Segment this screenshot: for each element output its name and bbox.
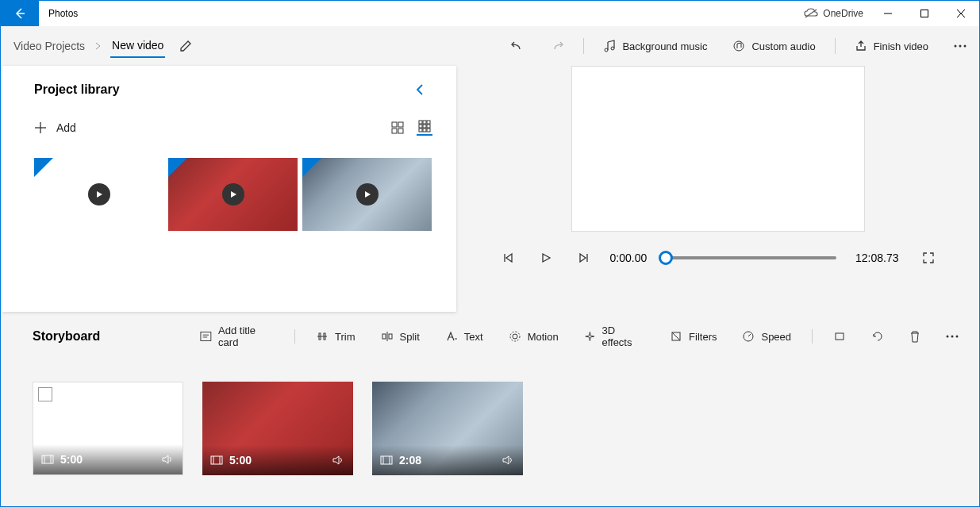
svg-point-43 xyxy=(946,336,948,338)
svg-rect-26 xyxy=(201,332,211,340)
storyboard-title: Storyboard xyxy=(33,329,100,344)
svg-point-37 xyxy=(510,332,520,341)
svg-rect-18 xyxy=(423,121,426,124)
breadcrumb: Video Projects New video xyxy=(7,34,165,58)
film-icon xyxy=(41,455,54,464)
onedrive-status[interactable]: OneDrive xyxy=(804,8,863,19)
trim-icon xyxy=(316,331,329,342)
delete-button[interactable] xyxy=(905,327,925,346)
maximize-button[interactable] xyxy=(906,1,943,26)
text-button[interactable]: Text xyxy=(440,328,488,346)
finish-video-button[interactable]: Finish video xyxy=(848,35,935,57)
text-icon xyxy=(445,331,458,342)
audio-icon xyxy=(732,40,745,52)
volume-icon[interactable] xyxy=(502,455,515,466)
more-button[interactable] xyxy=(947,40,973,52)
storyboard-clip-1[interactable]: 5:00 xyxy=(33,382,183,475)
svg-rect-19 xyxy=(427,121,430,124)
svg-rect-22 xyxy=(427,125,430,128)
rotate-button[interactable] xyxy=(867,328,889,345)
svg-rect-21 xyxy=(423,125,426,128)
svg-rect-24 xyxy=(423,129,426,132)
svg-point-7 xyxy=(734,41,744,51)
play-icon xyxy=(222,183,244,205)
svg-rect-13 xyxy=(392,122,397,127)
selection-corner-icon xyxy=(34,158,53,177)
storyboard-clip-2[interactable]: 5:00 xyxy=(202,382,353,475)
library-title: Project library xyxy=(34,83,120,97)
rename-button[interactable] xyxy=(179,40,192,52)
motion-icon xyxy=(509,331,521,342)
close-button[interactable] xyxy=(943,1,979,26)
crop-icon xyxy=(833,331,846,342)
add-title-card-button[interactable]: Add title card xyxy=(195,321,279,351)
background-music-button[interactable]: Background music xyxy=(597,35,713,57)
library-clip-1[interactable] xyxy=(34,158,163,231)
storyboard-clip-3[interactable]: 2:08 xyxy=(372,382,523,475)
volume-icon[interactable] xyxy=(332,455,345,466)
svg-point-9 xyxy=(959,45,962,48)
trim-button[interactable]: Trim xyxy=(311,328,360,346)
svg-point-10 xyxy=(964,45,967,48)
timeline-slider[interactable] xyxy=(666,256,836,259)
play-button[interactable] xyxy=(534,246,558,270)
svg-rect-20 xyxy=(419,125,422,128)
slider-knob[interactable] xyxy=(659,251,673,265)
grid-small-toggle[interactable] xyxy=(417,120,432,136)
3d-effects-button[interactable]: 3D effects xyxy=(579,321,649,351)
svg-rect-15 xyxy=(392,129,397,133)
library-clip-2[interactable] xyxy=(168,158,298,231)
app-title: Photos xyxy=(39,8,804,19)
rotate-icon xyxy=(871,331,884,342)
svg-rect-14 xyxy=(398,122,403,127)
svg-point-8 xyxy=(955,45,957,48)
music-icon xyxy=(603,40,616,52)
title-card-icon xyxy=(200,331,212,342)
filters-button[interactable]: Filters xyxy=(665,328,721,346)
undo-button[interactable] xyxy=(504,34,531,58)
speed-button[interactable]: Speed xyxy=(737,328,796,346)
custom-audio-button[interactable]: Custom audio xyxy=(726,35,821,57)
svg-rect-46 xyxy=(42,455,53,463)
crop-button[interactable] xyxy=(828,328,851,345)
svg-rect-52 xyxy=(381,456,392,464)
split-button[interactable]: Split xyxy=(376,328,425,346)
svg-rect-33 xyxy=(382,334,386,339)
selection-corner-icon xyxy=(302,158,321,177)
trash-icon xyxy=(909,330,920,343)
split-icon xyxy=(381,331,394,342)
volume-icon[interactable] xyxy=(162,454,175,465)
play-icon xyxy=(356,183,379,205)
storyboard-more-button[interactable] xyxy=(941,332,963,341)
breadcrumb-current[interactable]: New video xyxy=(110,34,165,58)
library-clip-3[interactable] xyxy=(302,158,432,231)
video-preview[interactable] xyxy=(571,66,865,232)
clip-duration: 2:08 xyxy=(399,454,421,467)
add-button[interactable]: Add xyxy=(34,121,76,134)
svg-line-41 xyxy=(748,334,751,336)
svg-point-45 xyxy=(955,336,958,338)
back-button[interactable] xyxy=(1,1,39,26)
svg-rect-42 xyxy=(836,333,844,340)
play-icon xyxy=(88,183,110,205)
svg-rect-25 xyxy=(427,129,430,132)
minimize-button[interactable] xyxy=(870,1,906,26)
breadcrumb-root[interactable]: Video Projects xyxy=(12,35,86,57)
svg-point-44 xyxy=(951,336,953,338)
svg-rect-23 xyxy=(419,129,422,132)
total-time: 12:08.73 xyxy=(855,252,899,264)
cloud-off-icon xyxy=(804,8,818,19)
motion-button[interactable]: Motion xyxy=(504,328,563,346)
redo-button[interactable] xyxy=(544,34,571,58)
next-frame-button[interactable] xyxy=(572,246,596,270)
grid-large-toggle[interactable] xyxy=(390,120,405,136)
svg-line-39 xyxy=(672,332,680,340)
svg-rect-49 xyxy=(211,456,222,464)
svg-rect-34 xyxy=(389,334,392,339)
svg-rect-2 xyxy=(921,10,928,17)
svg-rect-17 xyxy=(419,121,422,124)
clip-checkbox[interactable] xyxy=(38,387,52,401)
fullscreen-button[interactable] xyxy=(917,246,940,270)
prev-frame-button[interactable] xyxy=(496,246,520,270)
collapse-button[interactable] xyxy=(407,80,432,99)
